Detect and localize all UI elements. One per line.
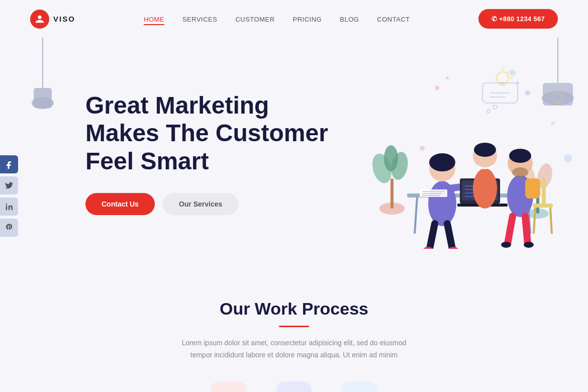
contact-us-button[interactable]: Contact Us [85,193,155,215]
nav-contact[interactable]: CONTACT [377,15,410,24]
svg-line-22 [508,71,510,73]
nav-pricing[interactable]: PRICING [293,15,322,24]
hero-title: Great Marketing Makes The Customer Feel … [85,91,337,175]
process-card-1 [211,381,246,392]
svg-point-29 [487,110,490,113]
process-card-3 [342,381,377,392]
nav-customer[interactable]: CUSTOMER [235,15,274,24]
svg-rect-65 [542,178,546,206]
svg-rect-2 [34,88,52,108]
section-divider [279,326,309,327]
process-icon-1 [211,381,246,392]
nav-blog[interactable]: BLOG [340,15,359,24]
work-process-title: Our Work Process [30,299,558,319]
svg-point-68 [564,154,572,162]
hero-section: Great Marketing Makes The Customer Feel … [0,38,588,279]
hero-illustration-svg [337,58,578,249]
process-card-2 [276,381,312,392]
work-process-desc: Lorem ipsum dolor sit amet, consectetur … [173,337,415,361]
hero-buttons: Contact Us Our Services [85,193,337,215]
svg-point-66 [420,146,425,151]
svg-rect-7 [390,178,394,209]
facebook-button[interactable] [0,155,18,173]
nav-links: HOME SERVICES CUSTOMER PRICING BLOG CONT… [144,15,410,24]
svg-point-54 [474,143,496,157]
hero-content: Great Marketing Makes The Customer Feel … [85,91,337,215]
svg-point-52 [473,168,497,209]
svg-point-60 [501,242,511,248]
navbar: VISO HOME SERVICES CUSTOMER PRICING BLOG… [0,0,588,38]
twitter-button[interactable] [0,176,18,194]
linkedin-button[interactable] [0,198,18,216]
svg-point-1 [32,97,54,109]
svg-point-16 [446,76,449,79]
svg-point-61 [524,242,534,248]
svg-point-58 [509,149,531,163]
process-icon-3 [342,381,377,392]
social-sidebar [0,155,18,237]
nav-home[interactable]: HOME [144,15,164,24]
logo[interactable]: VISO [30,10,75,29]
svg-point-28 [493,105,497,109]
nav-cta-button[interactable]: ✆ +880 1234 567 [478,9,558,29]
pinterest-button[interactable] [0,219,18,237]
svg-point-10 [384,145,398,171]
svg-rect-26 [556,101,560,104]
svg-point-17 [525,90,530,95]
nav-services[interactable]: SERVICES [182,15,218,24]
work-process-section: Our Work Process Lorem ipsum dolor sit a… [0,279,588,392]
svg-point-67 [510,70,516,76]
svg-point-57 [512,167,528,177]
svg-point-19 [551,121,555,125]
hero-illustration [337,48,578,259]
process-cards [30,381,558,392]
svg-rect-59 [525,178,540,199]
logo-icon [30,10,49,29]
process-icon-2 [276,381,312,392]
svg-line-64 [550,208,552,234]
brand-name: VISO [53,15,75,23]
our-services-button[interactable]: Our Services [163,193,238,215]
svg-point-37 [429,153,455,171]
svg-point-15 [435,86,439,90]
svg-line-33 [415,198,417,234]
